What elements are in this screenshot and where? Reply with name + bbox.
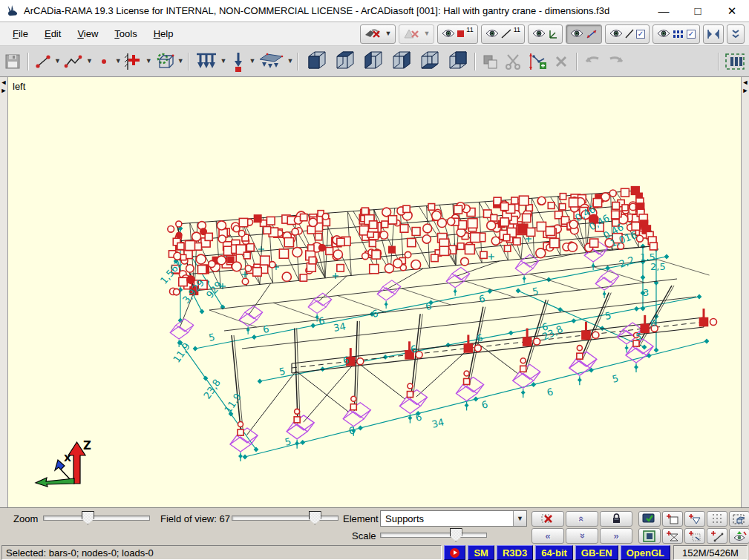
right-splitter[interactable]: ◄ ► (741, 77, 749, 507)
distributed-load-icon (195, 52, 217, 71)
close-button[interactable]: ✕ (715, 0, 749, 22)
add-support-button[interactable] (122, 50, 145, 73)
model-canvas[interactable]: 1,5623,92992911,923,811,9566346665566665… (0, 77, 749, 507)
collapse-right-icon[interactable]: ► (1, 87, 7, 95)
eye-icon (609, 29, 623, 39)
collapse-left-icon[interactable]: ◄ (742, 79, 749, 87)
structure-generator-button[interactable] (152, 50, 177, 73)
shading-mode-button[interactable]: ▼ (399, 24, 434, 44)
add-node-button[interactable] (93, 50, 115, 73)
maximize-button[interactable]: □ (681, 0, 715, 22)
zoom-slider[interactable] (43, 511, 150, 524)
distributed-load-button[interactable] (192, 50, 220, 73)
menu-help[interactable]: Help (145, 24, 182, 44)
more-options-button[interactable] (727, 24, 745, 44)
scale-slider-track[interactable] (380, 533, 487, 538)
add-hourglass-selection-button[interactable] (662, 528, 683, 544)
chevron-down-icon[interactable]: ▼ (86, 58, 93, 65)
save-button[interactable] (1, 50, 24, 73)
delete-button[interactable] (550, 50, 572, 73)
add-triangle-selection-button[interactable] (684, 511, 705, 527)
menu-edit[interactable]: Edit (36, 24, 69, 44)
zoom-window-button[interactable] (729, 511, 749, 527)
chevron-down-icon[interactable]: ▼ (385, 30, 391, 37)
menu-file[interactable]: File (4, 24, 36, 44)
collapse-left-icon[interactable]: ◄ (1, 79, 7, 87)
insert-node-button[interactable] (525, 50, 550, 73)
left-splitter[interactable]: ◄ ► (0, 77, 8, 507)
add-region-selection-button[interactable] (684, 528, 705, 544)
svg-text:6: 6 (480, 398, 489, 411)
loads-checkbox[interactable]: ✓ (636, 30, 645, 39)
add-polyline-button[interactable] (61, 50, 86, 73)
combo-dropdown-button[interactable]: ▼ (513, 511, 526, 526)
badge-r3d3[interactable]: R3D3 (497, 545, 533, 560)
svg-text:6: 6 (478, 293, 486, 305)
show-dimensions-button[interactable] (566, 24, 602, 44)
grid-selection-button[interactable] (707, 511, 727, 527)
fit-view-button[interactable] (638, 528, 661, 544)
show-nodes-button[interactable]: 11 (437, 24, 477, 44)
badge-language[interactable]: GB-EN (575, 545, 618, 560)
select-down-button[interactable]: « (566, 528, 598, 544)
load-line-icon (625, 29, 634, 39)
support-tool-icon (125, 52, 143, 71)
redo-button[interactable] (604, 50, 628, 73)
view-left-button[interactable] (358, 50, 386, 73)
show-bars-button[interactable]: 11 (481, 24, 525, 44)
point-load-button[interactable] (227, 50, 249, 73)
surface-load-button[interactable] (255, 50, 287, 73)
fov-slider-track[interactable] (232, 515, 338, 521)
apply-view-button[interactable] (638, 511, 661, 527)
menu-tools[interactable]: Tools (106, 24, 145, 44)
select-up-button[interactable]: « (566, 511, 598, 527)
scale-slider[interactable] (380, 528, 487, 541)
chevron-down-icon[interactable]: ▼ (177, 58, 184, 65)
chevron-down-icon[interactable]: ▼ (287, 58, 293, 65)
element-combobox[interactable]: Supports ▼ (380, 510, 527, 527)
fov-slider[interactable] (232, 511, 338, 524)
render-mode-button[interactable]: ▼ (360, 24, 396, 44)
view-top-button[interactable] (414, 50, 442, 73)
select-right-button[interactable]: » (600, 528, 632, 544)
zoom-slider-thumb[interactable] (82, 511, 94, 524)
chevron-down-icon[interactable]: ▼ (115, 58, 122, 65)
view-bottom-button[interactable] (442, 50, 471, 73)
copy-button[interactable] (479, 50, 501, 73)
view-front-button[interactable] (301, 50, 330, 73)
add-area-selection-button[interactable] (662, 511, 683, 527)
badge-64bit[interactable]: 64-bit (535, 545, 573, 560)
lock-selection-button[interactable] (600, 511, 632, 527)
menu-view[interactable]: View (69, 24, 106, 44)
show-loads-button[interactable]: ✓ (605, 24, 650, 44)
model-viewport[interactable]: ◄ ► ◄ ► left 1,5623,92992911,923,811,956… (0, 77, 749, 507)
mirror-view-button[interactable] (703, 24, 724, 44)
show-axes-button[interactable] (528, 24, 563, 44)
badge-opengl[interactable]: OpenGL (621, 545, 670, 560)
chevron-down-icon[interactable]: ▼ (54, 58, 61, 65)
scale-slider-thumb[interactable] (450, 528, 462, 541)
grid-checkbox[interactable]: ✓ (687, 30, 696, 39)
undo-button[interactable] (580, 50, 604, 73)
panels-button[interactable] (722, 50, 748, 73)
deselect-button[interactable] (532, 511, 564, 527)
fov-slider-thumb[interactable] (309, 511, 321, 524)
add-bar-button[interactable] (32, 50, 54, 73)
collapse-right-icon[interactable]: ► (742, 87, 749, 95)
minimize-button[interactable]: — (647, 0, 681, 22)
show-grid-button[interactable]: ✓ (652, 24, 700, 44)
separator (27, 53, 28, 70)
chevron-down-icon[interactable]: ▼ (249, 58, 256, 65)
view-selection-button[interactable] (729, 528, 749, 544)
badge-sm[interactable]: SM (468, 545, 494, 560)
svg-text:5: 5 (208, 332, 216, 343)
view-back-button[interactable] (330, 50, 358, 73)
add-bar-selection-button[interactable] (707, 528, 727, 544)
view-right-button[interactable] (386, 50, 414, 73)
video-help-button[interactable] (444, 545, 465, 560)
chevron-down-icon[interactable]: ▼ (145, 58, 152, 65)
cut-button[interactable] (501, 50, 525, 73)
chevron-down-icon[interactable]: ▼ (220, 58, 227, 65)
zoom-slider-track[interactable] (43, 515, 150, 521)
select-left-button[interactable]: « (532, 528, 564, 544)
